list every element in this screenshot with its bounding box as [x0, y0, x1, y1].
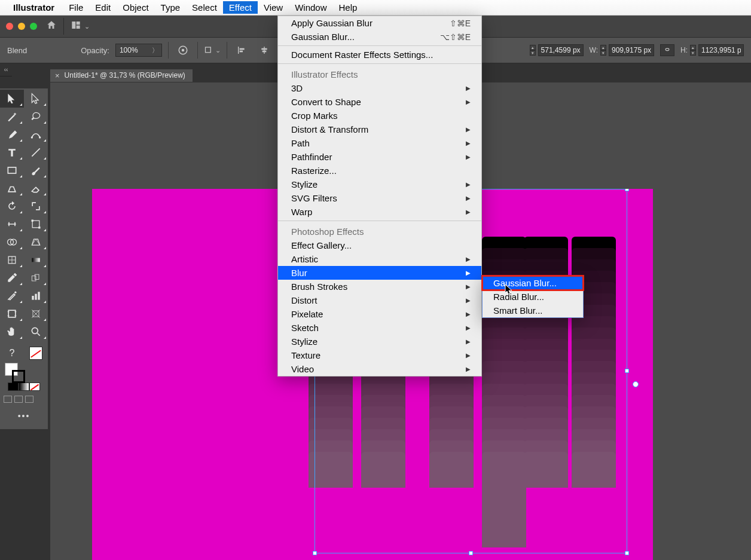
tool-type[interactable]: [0, 143, 24, 161]
menu-select[interactable]: Select: [186, 1, 223, 14]
document-tab[interactable]: × Untitled-1* @ 31,73 % (RGB/Preview): [50, 69, 193, 82]
menu-item-distort-transform[interactable]: Distort & Transform: [278, 123, 481, 136]
selection-handle[interactable]: [625, 369, 629, 373]
gradient-swatch-button[interactable]: [19, 382, 29, 391]
tool-width[interactable]: [0, 215, 24, 233]
fill-stroke-swatch[interactable]: [0, 362, 48, 380]
menu-item-convert-to-shape[interactable]: Convert to Shape: [278, 95, 481, 109]
menu-item-pixelate[interactable]: Pixelate: [278, 307, 481, 321]
w-input[interactable]: [609, 44, 654, 56]
menu-item-artistic[interactable]: Artistic: [278, 252, 481, 266]
menu-item-stylize[interactable]: Stylize: [278, 178, 481, 191]
menu-type[interactable]: Type: [155, 1, 187, 14]
draw-mode-buttons[interactable]: [0, 393, 48, 405]
tool-pen[interactable]: [0, 126, 24, 143]
recolor-artwork-button[interactable]: [175, 42, 191, 59]
menu-file[interactable]: File: [63, 1, 89, 14]
color-swatch-button[interactable]: [8, 382, 19, 391]
menu-item-svg-filters[interactable]: SVG Filters: [278, 191, 481, 205]
menu-item-blur[interactable]: Blur: [278, 266, 481, 280]
h-input[interactable]: [698, 44, 744, 56]
align-left-button[interactable]: [233, 42, 250, 59]
tool-symbol-sprayer[interactable]: [0, 287, 24, 305]
window-zoom-button[interactable]: [30, 23, 37, 30]
none-swatch-button[interactable]: [29, 382, 40, 391]
menu-last-effect[interactable]: Gaussian Blur...⌥⇧⌘E: [278, 30, 481, 44]
tool-zoom[interactable]: [24, 323, 48, 341]
selection-handle[interactable]: [313, 551, 317, 555]
menu-item-sketch[interactable]: Sketch: [278, 321, 481, 335]
tool-direct-selection[interactable]: [24, 90, 48, 108]
x-input[interactable]: [538, 44, 584, 56]
help-tool[interactable]: ?: [0, 344, 24, 362]
menu-item-stylize[interactable]: Stylize: [278, 335, 481, 348]
menu-window[interactable]: Window: [289, 1, 332, 14]
menu-effect[interactable]: Effect: [223, 1, 258, 14]
menu-item-rasterize[interactable]: Rasterize...: [278, 164, 481, 178]
selection-handle[interactable]: [625, 189, 629, 191]
tool-column-graph[interactable]: [24, 287, 48, 305]
tool-eraser[interactable]: [24, 179, 48, 197]
selection-handle[interactable]: [625, 551, 629, 555]
tool-curvature[interactable]: [24, 126, 48, 143]
opacity-field[interactable]: 〉: [115, 44, 162, 57]
menu-item-texture[interactable]: Texture: [278, 348, 481, 362]
menu-item-3d[interactable]: 3D: [278, 81, 481, 95]
window-close-button[interactable]: [6, 23, 13, 30]
rotate-origin-handle[interactable]: [633, 381, 639, 387]
menu-item-distort[interactable]: Distort: [278, 293, 481, 307]
tool-rotate[interactable]: [0, 197, 24, 215]
selection-handle[interactable]: [469, 551, 473, 555]
align-center-button[interactable]: [256, 42, 273, 59]
submenu-item-smart-blur[interactable]: Smart Blur...: [483, 304, 583, 317]
tool-mesh[interactable]: [0, 251, 24, 269]
menu-item-pathfinder[interactable]: Pathfinder: [278, 150, 481, 164]
menu-help[interactable]: Help: [333, 1, 364, 14]
tool-slice[interactable]: [24, 305, 48, 323]
constrain-proportions-button[interactable]: [660, 44, 674, 56]
menu-item-brush-strokes[interactable]: Brush Strokes: [278, 280, 481, 293]
close-tab-icon[interactable]: ×: [55, 71, 60, 80]
tool-rectangle[interactable]: [0, 161, 24, 179]
window-minimize-button[interactable]: [18, 23, 25, 30]
menu-item-crop-marks[interactable]: Crop Marks: [278, 109, 481, 123]
tool-magic-wand[interactable]: [0, 108, 24, 126]
menu-item-warp[interactable]: Warp: [278, 205, 481, 219]
menu-raster-settings[interactable]: Document Raster Effects Settings...: [278, 48, 481, 62]
tool-artboard[interactable]: [0, 305, 24, 323]
tool-shaper[interactable]: [0, 179, 24, 197]
w-field[interactable]: W: ▴▾: [590, 44, 654, 56]
opacity-dropdown-icon[interactable]: 〉: [149, 46, 161, 55]
fill-none-indicator[interactable]: [24, 344, 48, 362]
menu-item-video[interactable]: Video: [278, 362, 481, 376]
menu-object[interactable]: Object: [117, 1, 154, 14]
tool-free-transform[interactable]: [24, 215, 48, 233]
submenu-item-gaussian-blur[interactable]: Gaussian Blur...: [483, 276, 583, 290]
tool-eyedropper[interactable]: [0, 269, 24, 287]
submenu-item-radial-blur[interactable]: Radial Blur...: [483, 290, 583, 304]
x-field[interactable]: ▴▾: [530, 44, 584, 56]
tool-blend[interactable]: [24, 269, 48, 287]
tool-hand[interactable]: [0, 323, 24, 341]
menu-apply-last-effect[interactable]: Apply Gaussian Blur⇧⌘E: [278, 16, 481, 30]
panel-collapse-strip[interactable]: ‹‹: [0, 63, 12, 76]
h-field[interactable]: H: ▴▾: [680, 44, 744, 56]
app-name[interactable]: Illustrator: [13, 2, 54, 13]
tool-lasso[interactable]: [24, 108, 48, 126]
arrange-documents-button[interactable]: [70, 20, 82, 32]
tool-scale[interactable]: [24, 197, 48, 215]
tool-gradient[interactable]: [24, 251, 48, 269]
menu-edit[interactable]: Edit: [89, 1, 117, 14]
opacity-input[interactable]: [116, 44, 149, 56]
menu-item-path[interactable]: Path: [278, 136, 481, 150]
tool-paintbrush[interactable]: [24, 161, 48, 179]
home-button[interactable]: [45, 20, 57, 33]
arrange-dropdown-icon[interactable]: ⌄: [84, 23, 90, 30]
transform-button[interactable]: ⌄: [204, 42, 221, 59]
tool-line[interactable]: [24, 143, 48, 161]
tool-perspective[interactable]: [24, 233, 48, 251]
tool-selection[interactable]: [0, 90, 24, 108]
edit-toolbar-button[interactable]: •••: [0, 409, 48, 423]
menu-view[interactable]: View: [258, 1, 289, 14]
menu-item-effect-gallery[interactable]: Effect Gallery...: [278, 238, 481, 252]
